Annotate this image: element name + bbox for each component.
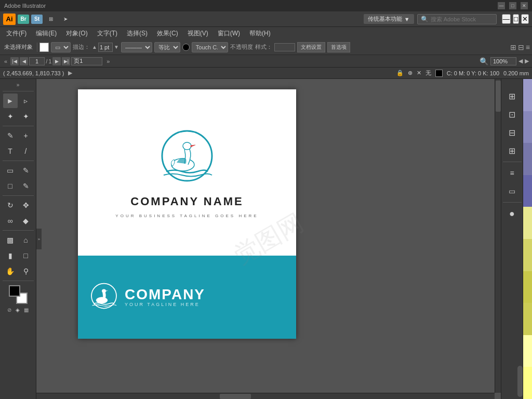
palette-color-3[interactable]: [523, 143, 532, 175]
none-color-icon[interactable]: ⊘: [7, 307, 11, 313]
rectangle-tool-button[interactable]: ▭: [3, 163, 18, 178]
add-anchor-tool-button[interactable]: +: [19, 128, 33, 143]
next-page-button[interactable]: ▶: [52, 57, 61, 65]
lasso-tool-button[interactable]: ✦: [3, 109, 18, 124]
close-btn-2[interactable]: ✕: [521, 14, 529, 24]
magic-wand-tool-button[interactable]: ✦: [19, 109, 33, 124]
doc-settings-button[interactable]: 文档设置: [297, 42, 325, 52]
minimize-button[interactable]: —: [498, 2, 505, 9]
menu-type[interactable]: 文字(T): [93, 28, 122, 39]
workspace-selector[interactable]: 传统基本功能 ▼: [364, 14, 414, 24]
scroll-left-icon[interactable]: ◀: [518, 58, 523, 64]
slice-tool-button[interactable]: □: [19, 248, 33, 263]
st-app-icon[interactable]: St: [31, 15, 43, 24]
zoom-tool-button[interactable]: ⚲: [19, 264, 33, 278]
v-scroll-thumb[interactable]: [496, 81, 501, 112]
hand-tool-button[interactable]: ✋: [3, 264, 18, 278]
left-panel-collapse[interactable]: »: [36, 229, 42, 249]
zoom-input[interactable]: [490, 57, 516, 65]
palette-color-1[interactable]: [523, 79, 532, 111]
foreground-color-box[interactable]: [9, 285, 20, 297]
send-icon[interactable]: ➤: [59, 13, 72, 25]
gradient-tool-button[interactable]: ▩: [3, 233, 18, 247]
menu-select[interactable]: 选择(S): [123, 28, 152, 39]
palette-color-8[interactable]: [523, 303, 532, 335]
brush-select[interactable]: Touch C...: [192, 42, 228, 52]
grid-view-icon[interactable]: ⊞: [45, 13, 57, 25]
vertical-scrollbar[interactable]: [495, 79, 501, 393]
palette-color-6[interactable]: [523, 239, 532, 271]
brush-tool-button[interactable]: ✎: [19, 179, 33, 193]
first-page-button[interactable]: |◀: [10, 57, 19, 65]
stroke-ratio-select[interactable]: 等比: [154, 42, 180, 52]
stroke-width-input[interactable]: [98, 43, 113, 52]
collapse-right-icon[interactable]: »: [104, 58, 112, 64]
palette-color-9[interactable]: [523, 335, 532, 367]
fill-type-select[interactable]: ▭: [51, 42, 71, 52]
scale-tool-button[interactable]: ✥: [19, 198, 33, 212]
align-panel-icon[interactable]: ⊞: [504, 142, 521, 159]
pen-tool-button[interactable]: ✎: [3, 128, 18, 143]
bar-chart-tool-button[interactable]: ▮: [3, 248, 18, 263]
menu-effect[interactable]: 效果(C): [153, 28, 182, 39]
status-arrow-icon[interactable]: ▶: [68, 70, 72, 76]
menu-file[interactable]: 文件(F): [2, 28, 31, 39]
palette-color-5[interactable]: [523, 207, 532, 239]
link-panel-icon[interactable]: ⊟: [504, 124, 521, 141]
stroke-down-arrow[interactable]: ▼: [114, 44, 119, 50]
color-icon[interactable]: ◈: [16, 307, 20, 313]
right-panel-scroll[interactable]: [517, 366, 523, 397]
eraser-tool-button[interactable]: □: [3, 179, 18, 193]
toolbar-expand-icon[interactable]: »: [16, 81, 21, 89]
palette-color-7[interactable]: [523, 271, 532, 303]
last-page-button[interactable]: ▶|: [62, 57, 70, 65]
more-icon[interactable]: ≡: [526, 43, 530, 51]
pencil-tool-button[interactable]: ✎: [19, 163, 33, 178]
blend-tool-button[interactable]: ∞: [3, 214, 18, 228]
ai-app-icon[interactable]: Ai: [3, 14, 16, 25]
close-button[interactable]: ✕: [521, 2, 528, 9]
stock-search-box[interactable]: 🔍: [417, 14, 497, 24]
palette-color-10[interactable]: [523, 367, 532, 399]
br-app-icon[interactable]: Br: [18, 15, 29, 24]
stroke-style-select[interactable]: ————: [121, 42, 152, 52]
menu-help[interactable]: 帮助(H): [245, 28, 275, 39]
eyedropper-tool-button[interactable]: ◆: [19, 214, 33, 228]
align-tools: ⊞ ⊟ ≡: [510, 43, 530, 51]
menu-object[interactable]: 对象(O): [62, 28, 91, 39]
collapse-left-icon[interactable]: «: [3, 58, 8, 64]
palette-color-4[interactable]: [523, 175, 532, 207]
restore-btn-2[interactable]: □: [513, 14, 519, 24]
line-tool-button[interactable]: /: [19, 144, 33, 158]
prev-page-button[interactable]: ◀: [20, 57, 28, 65]
h-scroll-thumb[interactable]: [220, 394, 251, 399]
current-page-input[interactable]: [29, 57, 45, 65]
minimize-btn-2[interactable]: —: [502, 14, 511, 24]
fill-color-swatch[interactable]: [39, 43, 49, 52]
horizontal-scrollbar[interactable]: [36, 393, 495, 399]
menu-view[interactable]: 视图(V): [183, 28, 212, 39]
mesh-tool-button[interactable]: ⌂: [19, 233, 33, 247]
page-name-input[interactable]: [71, 57, 102, 65]
menu-window[interactable]: 窗口(W): [214, 28, 244, 39]
menu-edit[interactable]: 编辑(E): [32, 28, 61, 39]
distribute-icon[interactable]: ⊟: [518, 43, 524, 51]
maximize-button[interactable]: □: [509, 2, 516, 9]
prefs-button[interactable]: 首选项: [327, 42, 350, 52]
rotate-tool-button[interactable]: ↻: [3, 198, 18, 212]
stock-search-input[interactable]: [431, 16, 493, 22]
zoom-icon[interactable]: 🔍: [480, 57, 488, 65]
stroke-panel-icon[interactable]: ≡: [504, 165, 521, 181]
rect-panel-icon[interactable]: ▭: [504, 183, 521, 200]
type-tool-button[interactable]: T: [3, 144, 18, 158]
align-icon[interactable]: ⊞: [510, 43, 516, 51]
scroll-right-icon[interactable]: ▶: [525, 58, 529, 64]
circle-panel-icon[interactable]: ●: [504, 205, 521, 222]
direct-selection-tool-button[interactable]: ▹: [19, 94, 33, 108]
selection-tool-button[interactable]: ►: [3, 94, 18, 108]
transform-panel-icon[interactable]: ⊞: [504, 88, 521, 104]
layers-panel-icon[interactable]: ⊡: [504, 106, 521, 123]
palette-color-2[interactable]: [523, 111, 532, 143]
gradient-icon[interactable]: ▦: [24, 307, 29, 313]
stroke-up-arrow[interactable]: ▲: [92, 44, 97, 50]
